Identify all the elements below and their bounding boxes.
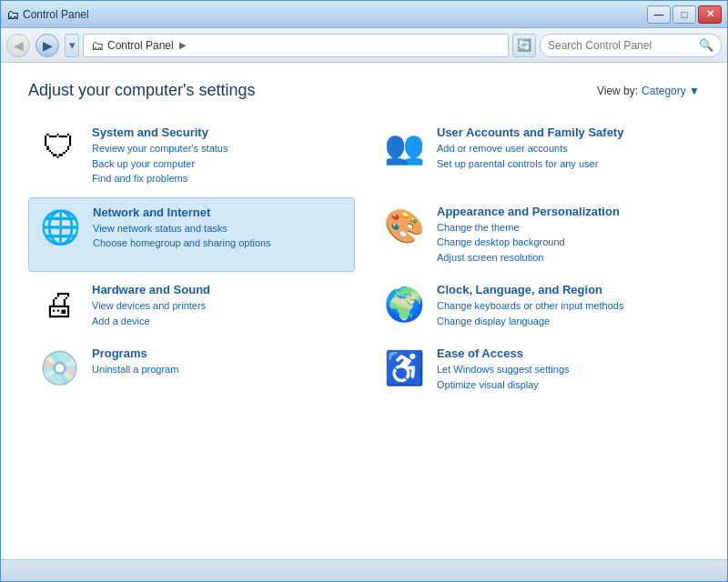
category-item-ease-access[interactable]: ♿Ease of AccessLet Windows suggest setti… xyxy=(373,339,700,399)
category-icon-user-accounts: 👥 xyxy=(382,125,426,169)
main-window: 🗂 Control Panel — □ ✕ ◀ ▶ ▾ 🗂 Control Pa… xyxy=(0,0,728,582)
search-icon: 🔍 xyxy=(699,38,713,52)
category-link-programs-0[interactable]: Uninstall a program xyxy=(92,362,346,377)
address-path[interactable]: 🗂 Control Panel ▶ xyxy=(83,34,509,57)
category-title-clock-language[interactable]: Clock, Language, and Region xyxy=(437,283,691,296)
category-title-hardware-sound[interactable]: Hardware and Sound xyxy=(92,283,346,296)
category-title-ease-access[interactable]: Ease of Access xyxy=(437,346,691,360)
refresh-button[interactable]: 🔄 xyxy=(512,34,536,57)
category-link-appearance-1[interactable]: Change desktop background xyxy=(437,235,691,250)
category-link-network-internet-0[interactable]: View network status and tasks xyxy=(93,221,345,236)
path-label: Control Panel xyxy=(107,39,174,52)
category-link-ease-access-1[interactable]: Optimize visual display xyxy=(437,377,691,393)
category-link-system-security-2[interactable]: Find and fix problems xyxy=(92,171,346,186)
category-item-appearance[interactable]: 🎨Appearance and PersonalizationChange th… xyxy=(373,197,700,273)
view-by-label: View by: xyxy=(597,85,638,97)
close-button[interactable]: ✕ xyxy=(698,5,722,24)
recent-locations-button[interactable]: ▾ xyxy=(65,34,79,57)
category-icon-ease-access: ♿ xyxy=(382,346,426,390)
category-title-user-accounts[interactable]: User Accounts and Family Safety xyxy=(437,125,691,139)
category-text-system-security: System and SecurityReview your computer'… xyxy=(92,125,346,186)
category-link-user-accounts-0[interactable]: Add or remove user accounts xyxy=(437,141,691,156)
maximize-button[interactable]: □ xyxy=(672,5,696,24)
category-icon-system-security: 🛡 xyxy=(37,125,81,169)
category-icon-hardware-sound: 🖨 xyxy=(37,283,81,326)
category-icon-network-internet: 🌐 xyxy=(38,206,82,249)
category-text-network-internet: Network and InternetView network status … xyxy=(93,206,345,251)
category-item-system-security[interactable]: 🛡System and SecurityReview your computer… xyxy=(28,118,355,194)
category-item-clock-language[interactable]: 🌍Clock, Language, and RegionChange keybo… xyxy=(373,276,700,336)
category-text-user-accounts: User Accounts and Family SafetyAdd or re… xyxy=(437,125,691,171)
address-bar: ◀ ▶ ▾ 🗂 Control Panel ▶ 🔄 🔍 xyxy=(1,28,727,63)
page-title: Adjust your computer's settings xyxy=(28,81,256,100)
category-link-hardware-sound-0[interactable]: View devices and printers xyxy=(92,298,346,314)
page-header: Adjust your computer's settings View by:… xyxy=(28,81,700,100)
category-link-clock-language-1[interactable]: Change display language xyxy=(437,314,691,329)
search-input[interactable] xyxy=(548,39,695,52)
category-icon-appearance: 🎨 xyxy=(382,205,426,248)
path-arrow: ▶ xyxy=(179,40,187,50)
category-text-hardware-sound: Hardware and SoundView devices and print… xyxy=(92,283,346,328)
category-link-ease-access-0[interactable]: Let Windows suggest settings xyxy=(437,362,691,377)
title-bar-left: 🗂 Control Panel xyxy=(6,7,89,22)
category-link-hardware-sound-1[interactable]: Add a device xyxy=(92,314,346,329)
window-title: Control Panel xyxy=(23,8,89,21)
category-title-system-security[interactable]: System and Security xyxy=(92,125,346,139)
category-link-system-security-0[interactable]: Review your computer's status xyxy=(92,141,346,156)
category-text-programs: ProgramsUninstall a program xyxy=(92,346,346,377)
window-icon: 🗂 xyxy=(6,7,19,22)
back-button[interactable]: ◀ xyxy=(6,34,30,57)
category-title-network-internet[interactable]: Network and Internet xyxy=(93,206,345,219)
status-bar xyxy=(1,559,727,581)
view-by-dropdown[interactable]: Category ▼ xyxy=(642,85,700,97)
category-item-hardware-sound[interactable]: 🖨Hardware and SoundView devices and prin… xyxy=(28,276,355,336)
category-link-clock-language-0[interactable]: Change keyboards or other input methods xyxy=(437,298,691,314)
category-item-user-accounts[interactable]: 👥User Accounts and Family SafetyAdd or r… xyxy=(373,118,700,194)
category-icon-programs: 💿 xyxy=(37,346,81,390)
category-icon-clock-language: 🌍 xyxy=(382,283,426,326)
category-text-appearance: Appearance and PersonalizationChange the… xyxy=(437,205,691,266)
category-link-appearance-0[interactable]: Change the theme xyxy=(437,220,691,236)
forward-button[interactable]: ▶ xyxy=(35,34,59,57)
minimize-button[interactable]: — xyxy=(647,5,671,24)
category-text-clock-language: Clock, Language, and RegionChange keyboa… xyxy=(437,283,691,328)
category-title-programs[interactable]: Programs xyxy=(92,346,346,360)
category-item-programs[interactable]: 💿ProgramsUninstall a program xyxy=(28,339,355,399)
category-item-network-internet[interactable]: 🌐Network and InternetView network status… xyxy=(28,197,355,273)
category-link-system-security-1[interactable]: Back up your computer xyxy=(92,156,346,172)
categories-grid: 🛡System and SecurityReview your computer… xyxy=(28,118,700,399)
search-box[interactable]: 🔍 xyxy=(540,34,722,57)
content-area: Adjust your computer's settings View by:… xyxy=(1,63,727,559)
category-link-user-accounts-1[interactable]: Set up parental controls for any user xyxy=(437,156,691,172)
title-bar: 🗂 Control Panel — □ ✕ xyxy=(1,1,727,28)
category-link-appearance-2[interactable]: Adjust screen resolution xyxy=(437,250,691,266)
category-title-appearance[interactable]: Appearance and Personalization xyxy=(437,205,691,218)
window-controls: — □ ✕ xyxy=(647,5,722,24)
path-icon: 🗂 xyxy=(91,38,104,53)
category-link-network-internet-1[interactable]: Choose homegroup and sharing options xyxy=(93,236,345,251)
category-text-ease-access: Ease of AccessLet Windows suggest settin… xyxy=(437,346,691,392)
view-by-control: View by: Category ▼ xyxy=(597,85,700,97)
